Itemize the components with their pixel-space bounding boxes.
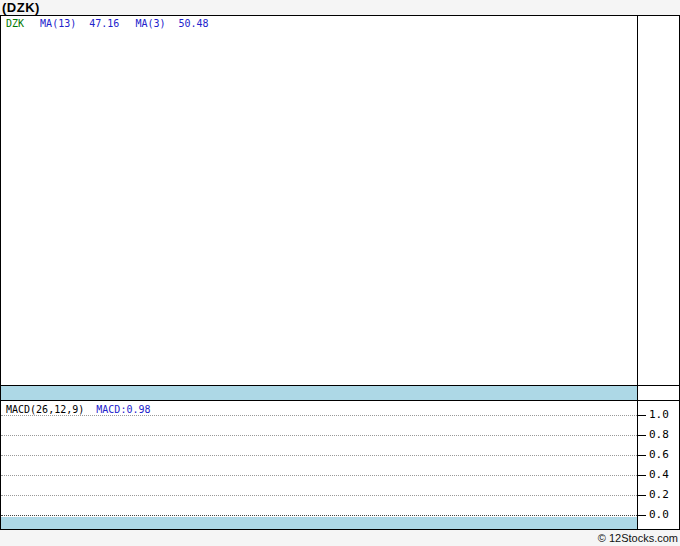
macd-gridline (1, 495, 637, 496)
macd-panel: MACD(26,12,9) MACD:0.98 1.0 0.8 0.6 0.4 … (0, 400, 680, 530)
ma3-value: 50.48 (179, 18, 209, 29)
macd-y-axis-line (637, 401, 638, 529)
axis-tick-label: 1.0 (649, 409, 669, 421)
axis-tick (638, 435, 646, 436)
macd-zero-gridline (1, 515, 637, 516)
axis-tick-label: 0.8 (649, 429, 669, 441)
axis-tick (638, 475, 646, 476)
macd-date-axis-band (1, 517, 637, 529)
axis-tick (638, 515, 646, 516)
price-chart-legend: DZK MA(13) 47.16 MA(3) 50.48 (6, 18, 209, 30)
date-axis-band-fill (1, 386, 637, 400)
macd-value: MACD:0.98 (96, 404, 150, 415)
axis-tick (638, 415, 646, 416)
date-axis-band-right-gap (638, 386, 679, 400)
macd-gridline (1, 455, 637, 456)
ma3-label: MA(3) (135, 18, 165, 29)
symbol-label: DZK (6, 18, 24, 29)
macd-params-label: MACD(26,12,9) (6, 404, 84, 415)
page-title: (DZK) (2, 0, 40, 15)
macd-gridline (1, 475, 637, 476)
stock-chart-page: (DZK) DZK MA(13) 47.16 MA(3) 50.48 MACD(… (0, 0, 680, 546)
price-chart-panel: DZK MA(13) 47.16 MA(3) 50.48 (0, 15, 680, 386)
axis-tick (638, 455, 646, 456)
axis-tick-label: 0.0 (649, 509, 669, 521)
price-y-axis-line (637, 16, 638, 385)
ma13-value: 47.16 (89, 18, 119, 29)
macd-gridline (1, 435, 637, 436)
axis-tick-label: 0.4 (649, 469, 669, 481)
macd-legend: MACD(26,12,9) MACD:0.98 (6, 404, 151, 416)
ma13-label: MA(13) (40, 18, 76, 29)
axis-tick-label: 0.6 (649, 449, 669, 461)
date-axis-band (0, 386, 680, 400)
copyright-label: © 12Stocks.com (598, 531, 678, 545)
axis-tick-label: 0.2 (649, 489, 669, 501)
axis-tick (638, 495, 646, 496)
